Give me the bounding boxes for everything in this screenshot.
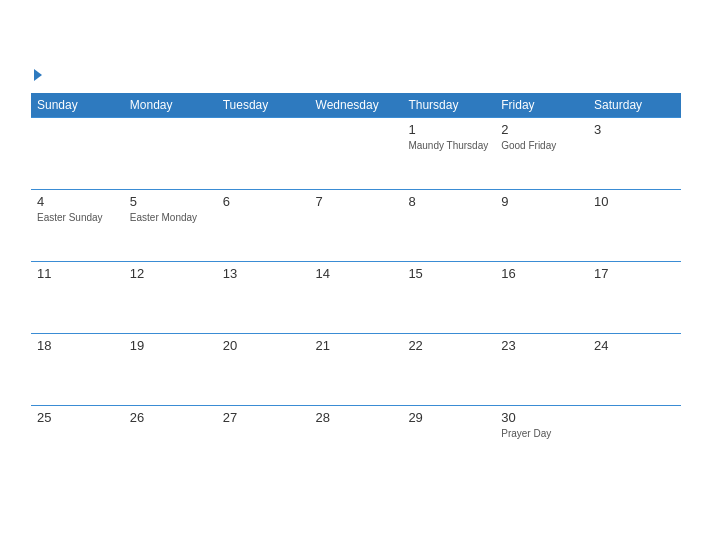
calendar-cell (217, 117, 310, 189)
calendar-cell: 21 (310, 333, 403, 405)
calendar-cell: 22 (402, 333, 495, 405)
day-number: 2 (501, 122, 582, 137)
weekday-header-friday: Friday (495, 93, 588, 118)
weekday-header-row: SundayMondayTuesdayWednesdayThursdayFrid… (31, 93, 681, 118)
day-number: 19 (130, 338, 211, 353)
holiday-label: Maundy Thursday (408, 139, 489, 152)
calendar-cell: 3 (588, 117, 681, 189)
calendar-cell: 28 (310, 405, 403, 477)
weekday-header-tuesday: Tuesday (217, 93, 310, 118)
weekday-header-saturday: Saturday (588, 93, 681, 118)
day-number: 24 (594, 338, 675, 353)
calendar-cell: 18 (31, 333, 124, 405)
calendar-cell (124, 117, 217, 189)
day-number: 17 (594, 266, 675, 281)
day-number: 26 (130, 410, 211, 425)
calendar-cell (310, 117, 403, 189)
holiday-label: Easter Monday (130, 211, 211, 224)
week-row-4: 18192021222324 (31, 333, 681, 405)
day-number: 11 (37, 266, 118, 281)
calendar-cell: 7 (310, 189, 403, 261)
calendar-cell: 11 (31, 261, 124, 333)
calendar-cell: 17 (588, 261, 681, 333)
calendar-cell: 19 (124, 333, 217, 405)
day-number: 12 (130, 266, 211, 281)
logo-triangle-icon (34, 69, 42, 81)
calendar-cell: 1Maundy Thursday (402, 117, 495, 189)
weekday-header-monday: Monday (124, 93, 217, 118)
day-number: 9 (501, 194, 582, 209)
weekday-header-wednesday: Wednesday (310, 93, 403, 118)
calendar-cell: 25 (31, 405, 124, 477)
calendar-cell: 6 (217, 189, 310, 261)
day-number: 5 (130, 194, 211, 209)
day-number: 13 (223, 266, 304, 281)
day-number: 14 (316, 266, 397, 281)
calendar-cell: 10 (588, 189, 681, 261)
calendar-cell: 5Easter Monday (124, 189, 217, 261)
calendar-cell: 20 (217, 333, 310, 405)
day-number: 25 (37, 410, 118, 425)
week-row-2: 4Easter Sunday5Easter Monday678910 (31, 189, 681, 261)
day-number: 21 (316, 338, 397, 353)
weekday-header-sunday: Sunday (31, 93, 124, 118)
calendar-cell: 13 (217, 261, 310, 333)
calendar-cell (588, 405, 681, 477)
week-row-5: 252627282930Prayer Day (31, 405, 681, 477)
calendar-cell: 26 (124, 405, 217, 477)
day-number: 15 (408, 266, 489, 281)
day-number: 7 (316, 194, 397, 209)
day-number: 27 (223, 410, 304, 425)
holiday-label: Good Friday (501, 139, 582, 152)
calendar-header (31, 69, 681, 81)
calendar-cell: 23 (495, 333, 588, 405)
calendar-cell: 24 (588, 333, 681, 405)
calendar-container: SundayMondayTuesdayWednesdayThursdayFrid… (11, 53, 701, 498)
calendar-cell: 29 (402, 405, 495, 477)
day-number: 8 (408, 194, 489, 209)
week-row-3: 11121314151617 (31, 261, 681, 333)
calendar-cell: 14 (310, 261, 403, 333)
logo-bottom (31, 69, 42, 81)
day-number: 28 (316, 410, 397, 425)
calendar-cell (31, 117, 124, 189)
calendar-cell: 16 (495, 261, 588, 333)
week-row-1: 1Maundy Thursday2Good Friday3 (31, 117, 681, 189)
calendar-cell: 2Good Friday (495, 117, 588, 189)
day-number: 16 (501, 266, 582, 281)
calendar-cell: 15 (402, 261, 495, 333)
calendar-cell: 8 (402, 189, 495, 261)
day-number: 23 (501, 338, 582, 353)
day-number: 4 (37, 194, 118, 209)
calendar-table: SundayMondayTuesdayWednesdayThursdayFrid… (31, 93, 681, 478)
logo (31, 69, 42, 81)
day-number: 30 (501, 410, 582, 425)
calendar-cell: 12 (124, 261, 217, 333)
day-number: 1 (408, 122, 489, 137)
day-number: 3 (594, 122, 675, 137)
day-number: 20 (223, 338, 304, 353)
calendar-cell: 4Easter Sunday (31, 189, 124, 261)
day-number: 6 (223, 194, 304, 209)
calendar-cell: 27 (217, 405, 310, 477)
holiday-label: Prayer Day (501, 427, 582, 440)
day-number: 10 (594, 194, 675, 209)
day-number: 29 (408, 410, 489, 425)
calendar-cell: 30Prayer Day (495, 405, 588, 477)
day-number: 18 (37, 338, 118, 353)
day-number: 22 (408, 338, 489, 353)
calendar-cell: 9 (495, 189, 588, 261)
holiday-label: Easter Sunday (37, 211, 118, 224)
weekday-header-thursday: Thursday (402, 93, 495, 118)
